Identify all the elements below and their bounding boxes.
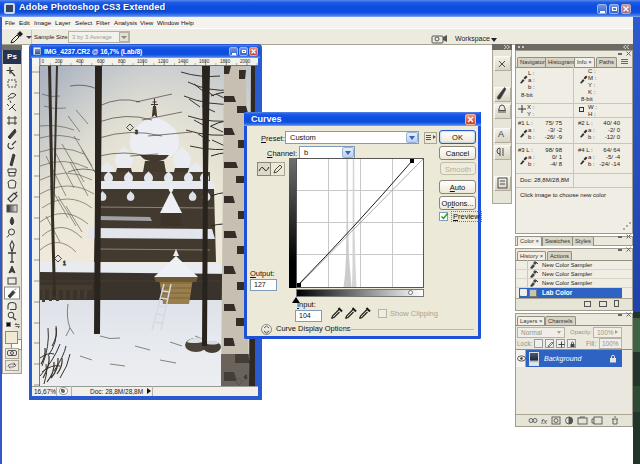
svg-text:fx: fx bbox=[541, 417, 548, 425]
svg-text:600: 600 bbox=[97, 59, 105, 64]
svg-text:1000: 1000 bbox=[137, 59, 148, 64]
svg-text:4: 4 bbox=[244, 374, 247, 380]
svg-text:1600: 1600 bbox=[199, 59, 210, 64]
svg-text:200: 200 bbox=[55, 59, 63, 64]
svg-text:1800: 1800 bbox=[220, 59, 231, 64]
svg-text:3: 3 bbox=[135, 129, 138, 135]
svg-text:A: A bbox=[498, 129, 504, 139]
svg-text:400: 400 bbox=[76, 59, 84, 64]
svg-text:1: 1 bbox=[63, 260, 66, 266]
svg-text:0: 0 bbox=[42, 59, 45, 64]
svg-text:2000: 2000 bbox=[240, 59, 251, 64]
svg-text:1400: 1400 bbox=[178, 59, 189, 64]
svg-text:800: 800 bbox=[118, 59, 126, 64]
svg-text:1200: 1200 bbox=[158, 59, 169, 64]
